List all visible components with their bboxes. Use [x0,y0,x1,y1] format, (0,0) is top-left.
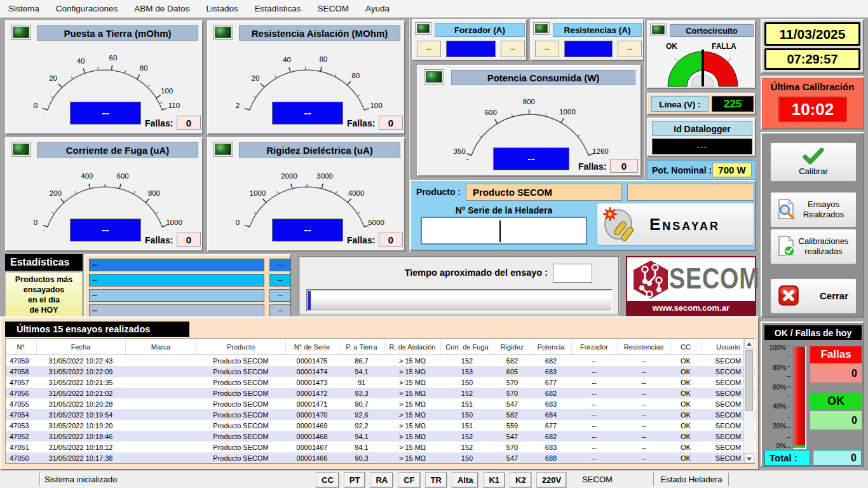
fallas-label: Fallas: [145,118,173,128]
table-row[interactable]: 4705431/05/2022 10:19:54Producto SECOM00… [6,409,756,420]
ensayar-button[interactable]: Ensayar [597,203,754,246]
forzador-max-display: – [501,41,525,57]
fallas-count: 0 [177,233,201,247]
svg-text:60: 60 [109,54,118,62]
table-cell: 31/05/2022 10:21:02 [36,388,125,398]
estadisticas-bar: -- [89,274,264,287]
svg-text:5000: 5000 [368,219,384,226]
table-cell: 47051 [6,442,36,452]
column-header[interactable]: P. a Tierra [339,339,384,355]
table-row[interactable]: 4705031/05/2022 10:17:38Producto SECOM00… [6,452,756,463]
table-scrollbar[interactable] [743,339,754,463]
table-row[interactable]: 4705931/05/2022 10:22:43Producto SECOM00… [6,355,756,367]
caption-line: ensayados [6,285,82,295]
table-cell: > 15 MΩ [384,409,440,420]
menu-item[interactable]: Sistema [0,0,48,18]
status-toggle-button[interactable]: Alta [452,473,478,487]
menu-item[interactable]: Ayuda [357,0,398,18]
pot-nominal-panel: Pot. Nominal : 700 W [647,160,756,180]
fallas-count: 0 [810,364,862,383]
scale-label: 20% [763,422,786,430]
status-led-icon [215,144,231,155]
menu-item[interactable]: Estadísticas [247,0,309,18]
svg-text:3000: 3000 [316,172,333,180]
table-row[interactable]: 4705231/05/2022 10:18:46Producto SECOM00… [6,431,756,442]
table-cell: 605 [494,366,531,377]
calibrar-button[interactable]: Calibrar [770,142,857,182]
fallas-label: Fallas: [578,161,606,172]
table-cell: -- [617,442,670,452]
table-cell: 93,3 [339,388,384,398]
table-cell [125,442,196,452]
table-row[interactable]: 4705831/05/2022 10:22:09Producto SECOM00… [6,366,756,377]
estadisticas-row: -- – [89,274,290,287]
column-header[interactable]: Producto [196,339,285,355]
table-row[interactable]: 4705331/05/2022 10:19:20Producto SECOM00… [6,420,756,431]
menu-item[interactable]: SECOM [309,0,357,18]
column-header[interactable]: Resistencias [617,339,670,355]
table-cell: 00001473 [285,377,339,388]
table-row[interactable]: 4705731/05/2022 10:21:35Producto SECOM00… [6,377,756,388]
column-header[interactable]: Potencia [531,339,571,355]
column-header[interactable]: Corr. de Fuga [440,339,494,355]
fallas-count: 0 [379,116,403,130]
status-led-icon [13,144,29,155]
producto-combobox[interactable]: Producto SECOM [466,184,622,201]
table-cell: 00001472 [285,388,339,398]
status-toggle-button[interactable]: RA [370,473,393,487]
fallas-count: 0 [177,116,201,130]
forzador-value-display: -- [446,41,496,57]
scroll-thumb[interactable] [745,350,753,411]
cerrar-button[interactable]: Cerrar [770,278,857,314]
scroll-down-button[interactable] [744,453,754,463]
serie-input[interactable] [421,217,587,245]
status-toggle-button[interactable]: CC [316,473,339,487]
table-cell: 682 [531,431,571,442]
column-header[interactable]: Marca [125,339,196,355]
column-header[interactable]: Rigidez [494,339,531,355]
status-toggle-button[interactable]: TR [426,473,447,487]
svg-text:80: 80 [351,72,360,79]
table-cell [125,398,196,409]
gauge-value-display: -- [272,102,343,125]
status-toggle-button[interactable]: K2 [510,473,531,487]
table-row[interactable]: 4705531/05/2022 10:20:28Producto SECOM00… [6,398,756,409]
gauge-panel-potencia: Potencia Consumida (W) 35060080010001260… [417,65,642,177]
gauge-panel-corriente-fuga: Corriente de Fuga (uA) 02004006008001000… [5,137,203,252]
column-header[interactable]: N° de Serie [285,339,339,355]
table-cell: 150 [440,452,494,463]
menu-item[interactable]: Configuraciones [48,0,126,18]
column-header[interactable]: Fecha [36,339,125,355]
column-header[interactable]: Forzador [571,339,617,355]
status-toggle-button[interactable]: CF [398,473,419,487]
svg-text:20: 20 [49,74,57,82]
table-cell: 31/05/2022 10:22:09 [36,366,125,377]
menu-item[interactable]: ABM de Datos [126,0,198,18]
table-cell: 31/05/2022 10:18:12 [36,442,125,452]
column-header[interactable]: N° [6,339,36,355]
table-cell: -- [617,452,670,463]
menu-item[interactable]: Listados [198,0,246,18]
status-led-icon [652,25,665,34]
table-cell: 677 [531,377,571,388]
table-cell: 90,7 [339,398,384,409]
table-row[interactable]: 4705131/05/2022 10:18:12Producto SECOM00… [6,442,756,452]
status-toggle-button[interactable]: PT [344,473,365,487]
column-header[interactable]: R. de Aislación [384,339,440,355]
producto-extra-box [627,184,754,201]
table-cell: 00001471 [285,398,339,409]
scroll-up-button[interactable] [744,339,754,349]
resistencias-max-display: – [618,41,642,57]
fallas-label: Fallas: [145,235,173,245]
estadisticas-row: -- – [89,259,290,271]
table-row[interactable]: 4705631/05/2022 10:21:02Producto SECOM00… [6,388,756,398]
table-cell: OK [670,388,701,398]
status-toggle-button[interactable]: K1 [484,473,505,487]
estadisticas-count: – [269,304,291,317]
svg-text:1000: 1000 [166,219,182,226]
table-cell: 150 [440,377,494,388]
column-header[interactable]: CC [670,339,701,355]
table-cell: 570 [494,442,531,452]
calibraciones-realizadas-button[interactable]: Calibraciones realizadas [770,229,857,264]
ensayos-realizados-button[interactable]: Ensayos Realizados [770,192,857,227]
